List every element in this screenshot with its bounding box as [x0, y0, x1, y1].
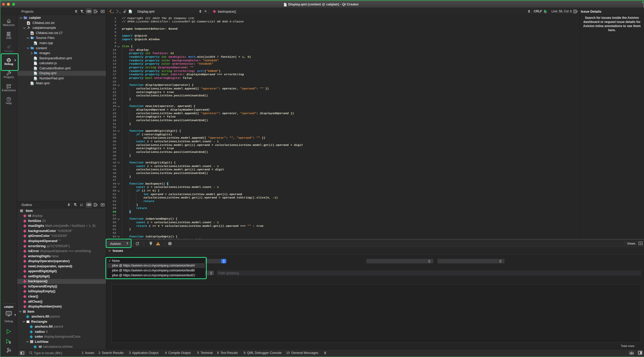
svg-text:qml: qml: [129, 11, 132, 13]
svg-text:qml: qml: [34, 78, 37, 80]
svg-text:qml: qml: [34, 68, 37, 70]
svg-text:?: ?: [8, 98, 10, 101]
svg-text:A: A: [82, 203, 83, 205]
svg-text:C: C: [35, 43, 36, 45]
svg-text:qml: qml: [31, 84, 33, 85]
svg-text:qml: qml: [34, 58, 37, 60]
svg-text:qml: qml: [34, 73, 37, 75]
svg-text:Z: Z: [82, 205, 83, 207]
svg-text:C: C: [31, 37, 32, 39]
